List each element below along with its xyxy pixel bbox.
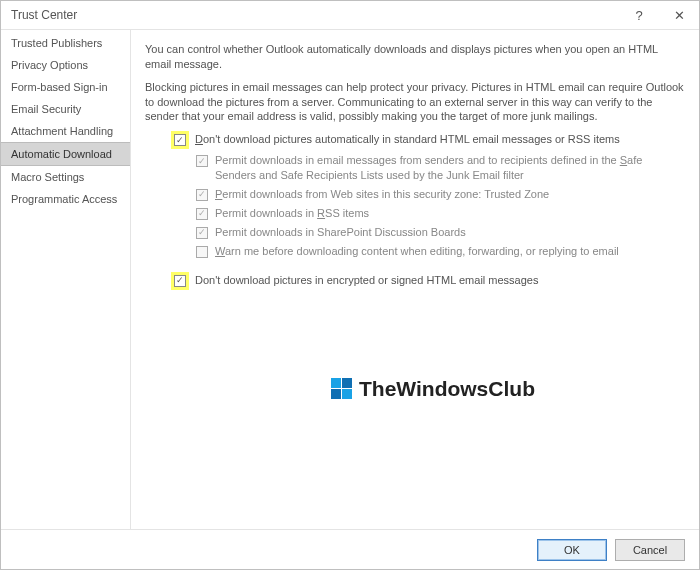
sidebar-item-attachment-handling[interactable]: Attachment Handling [1,120,130,142]
option-label: Don't download pictures automatically in… [195,132,685,147]
option-permit-safe-senders[interactable]: ✓ Permit downloads in email messages fro… [195,153,685,183]
option-dont-download-encrypted[interactable]: ✓ Don't download pictures in encrypted o… [171,273,685,290]
checkbox-icon: ✓ [196,189,208,201]
option-dont-download-html[interactable]: ✓ Don't download pictures automatically … [171,132,685,149]
titlebar: Trust Center ? ✕ [1,1,699,29]
sidebar-item-trusted-publishers[interactable]: Trusted Publishers [1,32,130,54]
sidebar-item-programmatic-access[interactable]: Programmatic Access [1,188,130,210]
option-label: Permit downloads in SharePoint Discussio… [215,225,685,240]
option-label: Permit downloads in RSS items [215,206,685,221]
close-button[interactable]: ✕ [659,1,699,29]
svg-rect-1 [342,378,352,388]
option-label: Permit downloads in email messages from … [215,153,685,183]
svg-rect-2 [331,389,341,399]
option-label: Permit downloads from Web sites in this … [215,187,685,202]
help-button[interactable]: ? [619,1,659,29]
cancel-button[interactable]: Cancel [615,539,685,561]
option-permit-rss[interactable]: ✓ Permit downloads in RSS items [195,206,685,221]
ok-button[interactable]: OK [537,539,607,561]
sidebar-item-privacy-options[interactable]: Privacy Options [1,54,130,76]
windows-logo-icon [331,378,353,400]
option-permit-sharepoint[interactable]: ✓ Permit downloads in SharePoint Discuss… [195,225,685,240]
dialog-button-row: OK Cancel [1,529,699,569]
window-title: Trust Center [11,8,619,22]
watermark: TheWindowsClub [331,375,535,403]
option-label: Don't download pictures in encrypted or … [195,273,685,288]
dialog-body: Trusted Publishers Privacy Options Form-… [1,29,699,529]
sidebar: Trusted Publishers Privacy Options Form-… [1,30,131,529]
sidebar-item-automatic-download[interactable]: Automatic Download [1,142,130,166]
content-panel: You can control whether Outlook automati… [131,30,699,529]
watermark-text: TheWindowsClub [359,375,535,403]
option-permit-trusted-zone[interactable]: ✓ Permit downloads from Web sites in thi… [195,187,685,202]
svg-rect-0 [331,378,341,388]
checkbox-icon: ✓ [174,275,186,287]
option-label: Warn me before downloading content when … [215,244,685,259]
sidebar-item-email-security[interactable]: Email Security [1,98,130,120]
intro-paragraph-1: You can control whether Outlook automati… [145,42,685,72]
checkbox-icon: ✓ [196,155,208,167]
checkbox-icon [196,246,208,258]
intro-paragraph-2: Blocking pictures in email messages can … [145,80,685,125]
checkbox-icon: ✓ [174,134,186,146]
option-warn-before-download[interactable]: Warn me before downloading content when … [195,244,685,259]
sidebar-item-macro-settings[interactable]: Macro Settings [1,166,130,188]
checkbox-icon: ✓ [196,208,208,220]
svg-rect-3 [342,389,352,399]
sidebar-item-form-based-sign-in[interactable]: Form-based Sign-in [1,76,130,98]
checkbox-icon: ✓ [196,227,208,239]
